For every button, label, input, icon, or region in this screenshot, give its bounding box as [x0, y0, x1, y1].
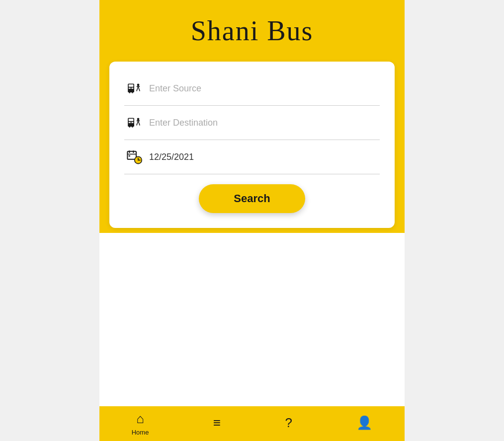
- nav-item-profile[interactable]: 👤: [356, 415, 372, 433]
- home-label: Home: [132, 429, 149, 436]
- svg-rect-4: [129, 91, 130, 93]
- left-background: [0, 0, 99, 441]
- svg-rect-2: [129, 87, 131, 88]
- right-background: [405, 0, 504, 441]
- header: Shani Bus: [99, 0, 405, 57]
- app-title: Shani Bus: [191, 15, 314, 47]
- date-row: [124, 140, 380, 174]
- svg-rect-18: [129, 155, 130, 156]
- svg-rect-10: [131, 122, 133, 123]
- help-icon: ?: [285, 415, 292, 431]
- bus-source-icon: [126, 80, 142, 96]
- destination-input[interactable]: [149, 118, 380, 128]
- nav-item-home[interactable]: ⌂ Home: [132, 411, 149, 436]
- source-input[interactable]: [149, 83, 380, 94]
- search-button-container: Search: [124, 184, 380, 213]
- profile-icon: 👤: [356, 415, 372, 431]
- list-icon: ≡: [213, 415, 221, 431]
- svg-rect-11: [129, 126, 130, 127]
- search-card: Search: [109, 62, 395, 228]
- svg-rect-1: [129, 84, 134, 87]
- home-icon: ⌂: [136, 411, 144, 427]
- calendar-icon: [124, 147, 144, 167]
- nav-item-help[interactable]: ?: [285, 415, 292, 433]
- app-container: Shani Bus: [99, 0, 405, 441]
- destination-row: [124, 106, 380, 140]
- destination-icon: [124, 113, 144, 133]
- source-icon: [124, 78, 144, 98]
- svg-rect-8: [129, 119, 134, 121]
- calendar-clock-icon: [126, 149, 142, 165]
- svg-rect-12: [132, 126, 133, 127]
- svg-rect-3: [131, 87, 133, 88]
- nav-item-list[interactable]: ≡: [213, 415, 221, 433]
- svg-rect-9: [129, 122, 131, 123]
- svg-rect-5: [132, 91, 133, 93]
- source-row: [124, 72, 380, 106]
- bus-destination-icon: [126, 115, 142, 131]
- bottom-nav: ⌂ Home ≡ ? 👤: [99, 406, 405, 441]
- search-button[interactable]: Search: [199, 184, 305, 213]
- date-input[interactable]: [149, 152, 380, 162]
